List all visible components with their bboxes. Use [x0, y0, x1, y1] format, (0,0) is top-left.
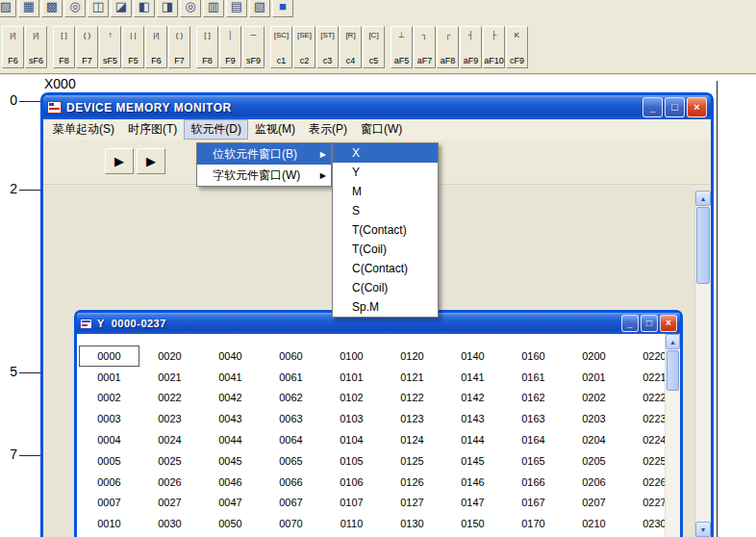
find-device-icon[interactable]: ◎ [180, 0, 201, 17]
menubar-item-1[interactable]: 菜单起动(S) [46, 119, 121, 140]
ladder-tool-c2-button[interactable]: [SE]c2 [293, 26, 315, 68]
grid-cell[interactable]: 0130 [382, 513, 442, 534]
minimize-icon[interactable]: _ [643, 97, 663, 117]
grid-cell[interactable]: 0140 [442, 345, 503, 367]
close-icon[interactable]: × [687, 97, 707, 117]
monitor-scrollbar[interactable]: ▲ ▼ [694, 191, 711, 537]
ladder-tool-aF7-button[interactable]: ┐aF7 [414, 26, 436, 68]
y-scrollbar[interactable]: ▲ [665, 334, 680, 537]
scroll-up-icon[interactable]: ▲ [695, 191, 711, 206]
grid-cell[interactable]: 0127 [382, 493, 442, 514]
grid-cell[interactable]: 0202 [564, 388, 624, 409]
ladder-tool-F7-button[interactable]: ( )F7 [168, 26, 190, 68]
grid-cell[interactable]: 0104 [321, 429, 382, 450]
grid-cell[interactable]: 0141 [442, 367, 503, 388]
device-menu-item-2[interactable]: 字软元件窗口(W)▶ [197, 165, 331, 186]
grid-cell[interactable]: 0105 [321, 450, 382, 472]
ladder-tool-sF6-button[interactable]: |/|sF6 [25, 26, 47, 68]
submenu-item-X[interactable]: X [333, 143, 438, 163]
insert-column-icon[interactable]: ◫ [88, 0, 109, 17]
ladder-tool-F6-button[interactable]: |/|F6 [2, 26, 24, 68]
grid-cell[interactable]: 0121 [382, 367, 442, 388]
grid-cell[interactable]: 0126 [382, 472, 442, 493]
grid-cell[interactable]: 0164 [503, 429, 564, 450]
grid-cell[interactable]: 0010 [79, 513, 139, 534]
grid-cell[interactable]: 0160 [503, 345, 564, 367]
grid-cell[interactable]: 0161 [503, 367, 564, 388]
grid-cell[interactable]: 0024 [139, 429, 200, 450]
menubar-item-3[interactable]: 软元件(D) [184, 119, 248, 140]
grid-cell[interactable]: 0100 [321, 345, 382, 367]
grid-cell[interactable]: 0023 [139, 408, 200, 429]
grid-cell[interactable]: 0210 [564, 513, 624, 534]
ladder-tool-c4-button[interactable]: [R]c4 [340, 26, 362, 68]
grid-cell[interactable]: 0020 [139, 345, 200, 367]
grid-cell[interactable]: 0006 [79, 472, 139, 493]
grid-cell[interactable]: 0145 [442, 450, 503, 472]
ladder-tool-F8-button[interactable]: [ ]F8 [196, 26, 218, 68]
grid-cell[interactable]: 0107 [321, 493, 382, 514]
submenu-item-S[interactable]: S [333, 201, 438, 220]
ladder-tool-aF8-button[interactable]: ┌aF8 [437, 26, 459, 68]
ladder-tool-aF5-button[interactable]: ⊥aF5 [391, 26, 413, 68]
scrollbar-thumb[interactable] [667, 350, 679, 391]
grid-cell[interactable]: 0067 [261, 493, 321, 514]
cascade-windows-icon[interactable]: ◨ [157, 0, 178, 17]
menubar-item-5[interactable]: 表示(P) [302, 119, 354, 140]
grid-cell[interactable]: 0046 [200, 472, 261, 493]
submenu-item-T(Contact)[interactable]: T(Contact) [333, 220, 438, 240]
grid-cell[interactable]: 0207 [564, 493, 624, 514]
grid-cell[interactable]: 0165 [503, 450, 564, 472]
grid-cell[interactable]: 0005 [79, 450, 139, 472]
grid-cell[interactable]: 0040 [200, 345, 261, 367]
ladder-tool-aF9-button[interactable]: ┤aF9 [460, 26, 482, 68]
zoom-icon[interactable]: ◎ [64, 0, 86, 17]
grid-cell[interactable]: 0030 [139, 513, 200, 534]
ladder-tool-F5-button[interactable]: | |F5 [122, 26, 144, 68]
device-menu-item-1[interactable]: 位软元件窗口(B)▶ [197, 143, 331, 165]
submenu-item-Y[interactable]: Y [333, 163, 438, 182]
grid-cell[interactable]: 0041 [200, 367, 261, 388]
grid-cell[interactable]: 0170 [503, 513, 564, 534]
monitor-play-button-1[interactable]: ▶ [105, 148, 134, 174]
grid-cell[interactable]: 0007 [79, 493, 139, 514]
grid-cell[interactable]: 0047 [200, 493, 261, 514]
ladder-tool-cF9-button[interactable]: KcF9 [506, 26, 528, 68]
menubar-item-4[interactable]: 监视(M) [248, 119, 302, 140]
ladder-tool-aF10-button[interactable]: ├aF10 [483, 26, 505, 68]
screen-display-icon[interactable]: ■ [272, 0, 293, 17]
grid-cell[interactable]: 0061 [261, 367, 321, 388]
ladder-tool-sF5-button[interactable]: ↑sF5 [99, 26, 121, 68]
grid-cell[interactable]: 0123 [382, 408, 442, 429]
grid-cell[interactable]: 0065 [261, 450, 321, 472]
submenu-item-M[interactable]: M [333, 182, 438, 201]
grid-cell[interactable]: 0045 [200, 450, 261, 472]
grid-cell[interactable]: 0026 [139, 472, 200, 493]
grid-cell[interactable]: 0050 [200, 513, 261, 534]
scroll-up-icon[interactable]: ▲ [666, 334, 680, 349]
grid-cell[interactable]: 0204 [564, 429, 624, 450]
grid-cell[interactable]: 0142 [442, 388, 503, 409]
monitor-start-icon[interactable]: ▥ [203, 0, 224, 17]
grid-cell[interactable]: 0066 [261, 472, 321, 493]
grid-cell[interactable]: 0063 [261, 408, 321, 429]
grid-cell[interactable]: 0002 [79, 388, 139, 409]
ladder-tool-F7-button[interactable]: ( )F7 [76, 26, 98, 68]
grid-cell[interactable]: 0200 [564, 345, 624, 367]
ladder-tool-c5-button[interactable]: [C]c5 [363, 26, 385, 68]
grid-cell[interactable]: 0206 [564, 472, 624, 493]
ladder-view-icon[interactable]: ▦ [18, 0, 39, 17]
grid-cell[interactable]: 0042 [200, 388, 261, 409]
grid-cell[interactable]: 0070 [261, 513, 321, 534]
grid-cell[interactable]: 0101 [321, 367, 382, 388]
grid-cell[interactable]: 0203 [564, 408, 624, 429]
grid-cell[interactable]: 0201 [564, 367, 624, 388]
grid-cell[interactable]: 0122 [382, 388, 442, 409]
ladder-tool-F8-button[interactable]: [ ]F8 [53, 26, 75, 68]
ladder-tool-F9-button[interactable]: │F9 [219, 26, 241, 68]
close-icon[interactable]: × [660, 315, 677, 332]
ladder-tool-c1-button[interactable]: [SC]c1 [270, 26, 292, 68]
grid-cell[interactable]: 0025 [139, 450, 200, 472]
grid-cell[interactable]: 0000 [79, 345, 139, 367]
ladder-tool-c3-button[interactable]: [ST]c3 [316, 26, 339, 68]
